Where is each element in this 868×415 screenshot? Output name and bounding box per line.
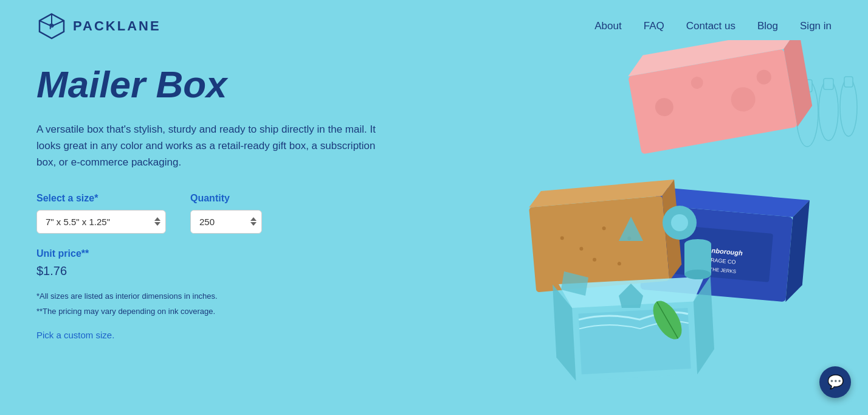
chat-button[interactable]: 💬 bbox=[819, 366, 851, 398]
form-row: Select a size* Quantity bbox=[36, 193, 401, 234]
quantity-arrow-down[interactable] bbox=[250, 222, 257, 226]
nav-faq[interactable]: FAQ bbox=[644, 20, 664, 32]
size-arrow-down[interactable] bbox=[154, 222, 160, 226]
quantity-input[interactable] bbox=[191, 211, 246, 233]
unit-price-label: Unit price** bbox=[36, 248, 401, 259]
quantity-spinner-arrows[interactable] bbox=[246, 215, 261, 228]
size-arrow-up[interactable] bbox=[154, 217, 160, 221]
quantity-field-group: Quantity bbox=[190, 193, 262, 234]
footnote-2: **The pricing may vary depending on ink … bbox=[36, 305, 401, 318]
svg-text:P: P bbox=[49, 23, 54, 31]
boxes-illustration: Cannonborough BEVERAGE CO FROM THE JERKS bbox=[491, 40, 868, 381]
unit-price-section: Unit price** $1.76 bbox=[36, 248, 401, 278]
nav-contact[interactable]: Contact us bbox=[686, 20, 735, 32]
logo-text: PACKLANE bbox=[73, 18, 161, 34]
nav-blog[interactable]: Blog bbox=[757, 20, 778, 32]
size-select-wrapper[interactable] bbox=[36, 210, 166, 234]
main-nav: About FAQ Contact us Blog Sign in bbox=[594, 20, 832, 32]
content-left: Mailer Box A versatile box that's stylis… bbox=[36, 65, 401, 393]
quantity-label: Quantity bbox=[190, 193, 262, 204]
logo[interactable]: P PACKLANE bbox=[36, 11, 161, 41]
size-spinner-arrows[interactable] bbox=[150, 215, 165, 228]
svg-rect-4 bbox=[824, 78, 833, 89]
footnote-1: *All sizes are listed as interior dimens… bbox=[36, 290, 401, 302]
svg-point-42 bbox=[684, 270, 711, 279]
size-input[interactable] bbox=[37, 211, 150, 233]
size-field-group: Select a size* bbox=[36, 193, 166, 234]
chat-icon: 💬 bbox=[827, 374, 844, 390]
price-value: $1.76 bbox=[36, 264, 401, 278]
product-image-container: Cannonborough BEVERAGE CO FROM THE JERKS bbox=[491, 40, 868, 381]
quantity-arrow-up[interactable] bbox=[250, 217, 257, 221]
quantity-wrapper[interactable] bbox=[190, 210, 262, 234]
svg-rect-21 bbox=[529, 196, 669, 293]
custom-size-link[interactable]: Pick a custom size. bbox=[36, 330, 114, 340]
nav-about[interactable]: About bbox=[594, 20, 621, 32]
page-title: Mailer Box bbox=[36, 65, 401, 104]
product-image-area: Cannonborough BEVERAGE CO FROM THE JERKS bbox=[401, 65, 832, 393]
svg-rect-6 bbox=[844, 77, 853, 87]
svg-point-36 bbox=[671, 214, 688, 231]
nav-signin[interactable]: Sign in bbox=[800, 20, 832, 32]
logo-icon: P bbox=[36, 11, 67, 41]
product-description: A versatile box that's stylish, sturdy a… bbox=[36, 121, 389, 171]
size-label: Select a size* bbox=[36, 193, 166, 204]
